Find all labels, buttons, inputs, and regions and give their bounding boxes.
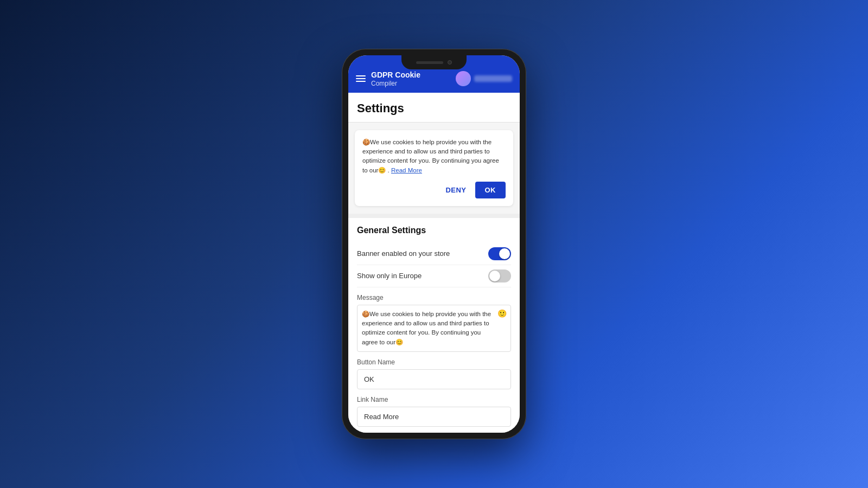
main-content[interactable]: Settings 🍪We use cookies to help provide… [348, 93, 520, 433]
app-title-line2: Compiler [371, 80, 450, 87]
cookie-emoji-1: 🍪 [362, 139, 370, 145]
general-settings-section: General Settings Banner enabled on your … [348, 218, 520, 433]
phone-screen: GDPR Cookie Compiler Settings 🍪We use co… [348, 55, 520, 433]
page-header: Settings [348, 93, 520, 123]
avatar [456, 71, 471, 86]
user-name-blurred [474, 75, 512, 82]
show-europe-toggle[interactable] [488, 269, 511, 282]
deny-button[interactable]: DENY [441, 183, 470, 197]
phone-notch [401, 55, 467, 69]
banner-enabled-toggle[interactable] [488, 247, 511, 260]
cookie-read-more-link[interactable]: Read More [391, 167, 422, 174]
general-settings-title: General Settings [357, 226, 511, 235]
cookie-emoji-2: 😊 [378, 167, 386, 174]
ok-button[interactable]: OK [475, 182, 506, 198]
banner-enabled-row: Banner enabled on your store [357, 243, 511, 265]
section-divider [348, 214, 520, 218]
toggle-knob-banner [499, 248, 510, 259]
notch-camera [448, 60, 452, 65]
button-name-label: Button Name [357, 358, 511, 366]
notch-speaker [416, 61, 443, 64]
message-textarea-wrapper: 🍪We use cookies to help provide you with… [357, 305, 511, 352]
show-europe-label: Show only in Europe [357, 272, 422, 280]
message-textarea[interactable]: 🍪We use cookies to help provide you with… [357, 305, 511, 352]
emoji-picker-icon[interactable]: 🙂 [497, 309, 507, 318]
cookie-banner-text: 🍪We use cookies to help provide you with… [362, 138, 506, 175]
button-name-field: Button Name [357, 358, 511, 389]
hamburger-menu-icon[interactable] [356, 75, 366, 82]
app-title-line1: GDPR Cookie [371, 70, 450, 80]
show-europe-row: Show only in Europe [357, 265, 511, 287]
button-name-input[interactable] [357, 369, 511, 389]
user-info [456, 71, 512, 86]
cookie-banner-preview: 🍪We use cookies to help provide you with… [355, 130, 513, 206]
toggle-knob-europe [489, 271, 500, 281]
link-name-label: Link Name [357, 396, 511, 403]
message-label: Message [357, 294, 511, 301]
link-name-input[interactable] [357, 407, 511, 427]
phone-shell: GDPR Cookie Compiler Settings 🍪We use co… [342, 49, 526, 439]
message-field: Message 🍪We use cookies to help provide … [357, 294, 511, 352]
app-title-block: GDPR Cookie Compiler [371, 70, 450, 87]
link-name-field: Link Name [357, 396, 511, 427]
banner-enabled-label: Banner enabled on your store [357, 249, 450, 258]
cookie-banner-actions: DENY OK [362, 182, 506, 198]
page-title: Settings [357, 101, 511, 115]
